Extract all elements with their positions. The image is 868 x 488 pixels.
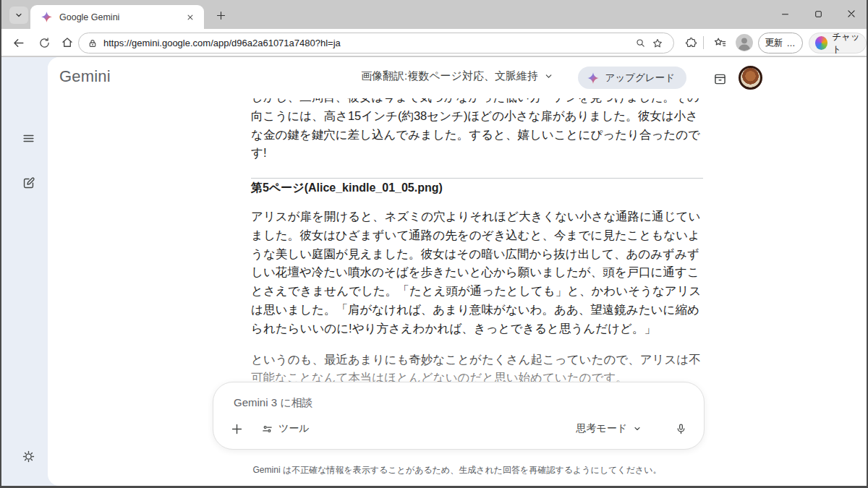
browser-toolbar: https://gemini.google.com/app/d96a2a6107…	[1, 29, 867, 56]
gemini-app: Gemini 画像翻訳:複数ページ対応、文脈維持 アップグレード	[1, 57, 867, 486]
upgrade-button[interactable]: アップグレード	[578, 67, 686, 89]
chevron-down-icon	[14, 11, 23, 20]
update-button[interactable]: 更新 …	[758, 33, 803, 53]
plus-icon	[216, 10, 226, 21]
chevron-down-icon	[544, 72, 553, 81]
copilot-chat-button[interactable]: チャット	[809, 33, 867, 53]
browser-tab[interactable]: Google Gemini	[30, 5, 204, 29]
titlebar: Google Gemini	[1, 0, 867, 29]
refresh-icon	[38, 37, 51, 49]
browser-window: Google Gemini https://	[0, 0, 868, 488]
refresh-button[interactable]	[33, 32, 55, 53]
toolbar-divider	[703, 36, 704, 49]
printer-icon	[712, 72, 728, 87]
profile-avatar-icon	[735, 33, 754, 52]
upgrade-label: アップグレード	[605, 72, 675, 85]
extensions-button[interactable]	[680, 32, 702, 53]
message-heading: 第5ページ(Alice_kindle_01_05.png)	[251, 179, 703, 197]
menu-button[interactable]	[15, 125, 41, 151]
print-button[interactable]	[710, 69, 729, 88]
minimize-icon	[780, 9, 790, 19]
puzzle-icon	[685, 37, 697, 49]
back-button[interactable]	[7, 32, 29, 53]
profile-button[interactable]	[733, 32, 755, 53]
account-avatar[interactable]	[739, 66, 762, 90]
chevron-down-icon	[633, 424, 642, 433]
new-tab-button[interactable]	[212, 7, 229, 23]
mic-button[interactable]	[669, 417, 692, 440]
mode-selector[interactable]: 思考モード	[576, 417, 642, 440]
search-icon[interactable]	[631, 35, 649, 52]
model-selector[interactable]: 画像翻訳:複数ページ対応、文脈維持	[361, 69, 553, 83]
message-paragraph-intro: しかし、二周目、彼女は今まで気づかなかった低いカーテンを見つけました。その向こう…	[251, 98, 703, 163]
home-button[interactable]	[56, 32, 78, 53]
back-arrow-icon	[12, 36, 25, 50]
update-label: 更新	[765, 37, 783, 49]
disclaimer-text: Gemini は不正確な情報を表示することがあるため、生成された回答を再確認する…	[48, 464, 867, 476]
more-icon: …	[787, 38, 796, 48]
lock-icon	[88, 38, 98, 48]
sparkle-icon	[587, 72, 600, 85]
tools-label: ツール	[278, 422, 310, 435]
maximize-icon	[814, 9, 823, 19]
new-chat-button[interactable]	[15, 170, 41, 196]
window-minimize-button[interactable]	[768, 0, 801, 27]
composer[interactable]: Gemini 3 に相談 ツール 思考モード	[213, 382, 705, 450]
home-icon	[61, 36, 74, 49]
app-header: Gemini 画像翻訳:複数ページ対応、文脈維持 アップグレード	[48, 57, 867, 98]
gear-icon	[22, 450, 35, 463]
add-button[interactable]	[225, 417, 248, 440]
gemini-favicon-icon	[41, 11, 53, 23]
tab-close-button[interactable]	[184, 11, 197, 24]
url-text: https://gemini.google.com/app/d96a2a6107…	[103, 38, 631, 48]
hamburger-icon	[22, 132, 35, 145]
copilot-icon	[815, 36, 827, 50]
favorites-list-icon	[713, 36, 727, 50]
window-maximize-button[interactable]	[801, 0, 835, 27]
mic-icon	[675, 423, 687, 435]
gemini-logo: Gemini	[59, 67, 111, 86]
main-panel: Gemini 画像翻訳:複数ページ対応、文脈維持 アップグレード	[48, 57, 867, 486]
tools-button[interactable]: ツール	[254, 417, 317, 440]
tab-search-button[interactable]	[9, 7, 28, 24]
copilot-label: チャット	[832, 31, 866, 56]
window-close-button[interactable]	[835, 0, 868, 27]
tab-title: Google Gemini	[59, 12, 184, 22]
close-icon	[187, 14, 194, 21]
favorites-button[interactable]	[709, 32, 731, 53]
star-icon	[652, 38, 663, 49]
compose-icon	[22, 176, 35, 190]
plus-icon	[230, 422, 244, 436]
close-icon	[846, 9, 856, 19]
message-paragraph-1: アリスが扉を開けると、ネズミの穴よりそれほど大きくない小さな通路に通じていました…	[251, 207, 703, 338]
favorite-star-button[interactable]	[649, 35, 666, 52]
composer-input[interactable]: Gemini 3 に相談	[234, 396, 313, 410]
model-selector-label: 画像翻訳:複数ページ対応、文脈維持	[361, 69, 538, 83]
settings-button[interactable]	[15, 443, 41, 469]
mode-label: 思考モード	[576, 422, 627, 435]
sliders-icon	[261, 423, 273, 435]
message-divider	[251, 178, 703, 179]
address-bar[interactable]: https://gemini.google.com/app/d96a2a6107…	[78, 33, 674, 53]
